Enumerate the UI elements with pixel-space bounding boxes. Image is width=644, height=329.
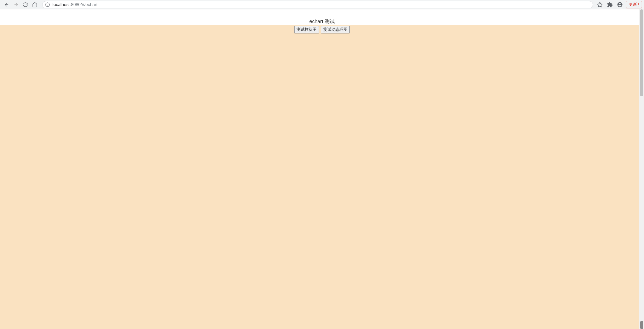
browser-toolbar: localhost:8080/#/echart 更新 xyxy=(0,0,644,9)
url-text: localhost:8080/#/echart xyxy=(53,1,590,8)
menu-dots-icon xyxy=(638,3,639,6)
button-row: 测试柱状图 测试动态环图 xyxy=(0,26,644,33)
svg-marker-3 xyxy=(597,2,602,7)
page-title: echart 测试 xyxy=(309,18,335,25)
vertical-scrollbar[interactable] xyxy=(639,9,644,329)
browser-update-button[interactable]: 更新 xyxy=(626,1,642,8)
header-gap: echart 测试 xyxy=(0,9,644,25)
page-viewport: echart 测试 测试柱状图 测试动态环图 xyxy=(0,9,644,329)
extensions-icon[interactable] xyxy=(606,1,614,9)
chart-canvas-area: 测试柱状图 测试动态环图 xyxy=(0,25,644,329)
back-button[interactable] xyxy=(2,0,11,9)
site-info-icon[interactable] xyxy=(45,2,50,7)
reload-button[interactable] xyxy=(21,0,30,9)
scrollbar-thumb[interactable] xyxy=(640,9,643,96)
test-dynamic-ring-chart-button[interactable]: 测试动态环图 xyxy=(321,26,350,33)
test-bar-chart-button[interactable]: 测试柱状图 xyxy=(294,26,319,33)
profile-icon[interactable] xyxy=(616,1,624,9)
bookmark-icon[interactable] xyxy=(596,1,604,9)
scrollbar-thumb-bottom[interactable] xyxy=(640,321,643,329)
home-button[interactable] xyxy=(30,0,39,9)
forward-button[interactable] xyxy=(11,0,21,9)
address-bar[interactable]: localhost:8080/#/echart xyxy=(42,1,593,8)
